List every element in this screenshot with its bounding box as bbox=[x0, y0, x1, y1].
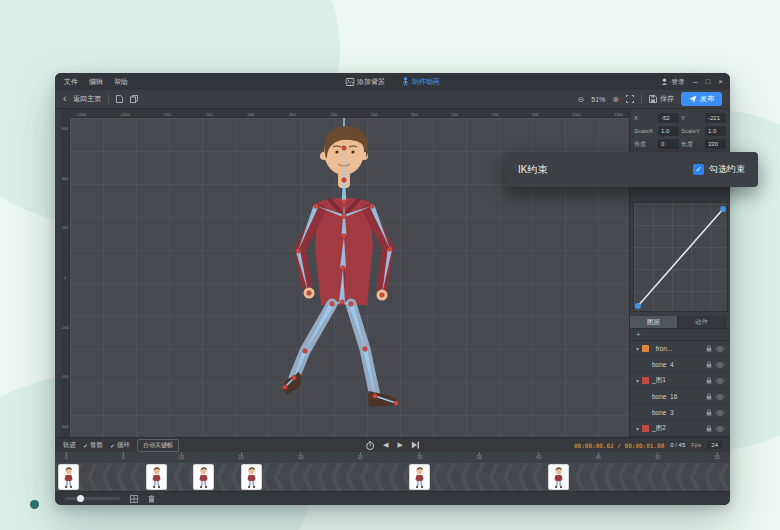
fps-input[interactable]: 24 bbox=[707, 441, 722, 449]
property-input[interactable]: 0 bbox=[658, 139, 679, 149]
lock-icon[interactable] bbox=[706, 345, 712, 352]
transform-properties: X -52 Y -221 ScaleX 1.0 ScaleY 1.0 角度 0 … bbox=[630, 113, 730, 149]
play-button[interactable]: ▶ bbox=[398, 441, 403, 449]
property-input[interactable]: 1.0 bbox=[658, 126, 679, 136]
publish-button[interactable]: 发布 bbox=[681, 92, 722, 106]
keyframe-thumbnail[interactable] bbox=[241, 464, 262, 490]
toolbar: ‹ 返回主页 ⊖ 51% ⊕ 保存 发布 bbox=[55, 90, 730, 109]
fit-view-icon[interactable] bbox=[626, 95, 634, 103]
minimize-button[interactable]: – bbox=[693, 78, 697, 86]
ruler-label: 700 bbox=[491, 112, 498, 117]
zoom-in-icon[interactable]: ⊕ bbox=[612, 95, 619, 104]
zoom-out-icon[interactable]: ⊖ bbox=[578, 95, 585, 104]
layer-row[interactable]: ▾ bone_4 bbox=[630, 357, 730, 373]
eye-icon[interactable] bbox=[716, 362, 724, 368]
tick-number: 30 bbox=[417, 455, 422, 460]
add-layer-row: + bbox=[630, 329, 730, 341]
ruler-label: -400 bbox=[61, 374, 69, 379]
menu-item[interactable]: 文件 bbox=[64, 77, 78, 87]
property-label: X bbox=[634, 115, 656, 121]
property-row: X -52 Y -221 bbox=[630, 113, 730, 123]
prev-frame-button[interactable]: ◀ bbox=[383, 441, 388, 449]
tick-number: 0 bbox=[65, 455, 68, 460]
tick-number: 15 bbox=[239, 455, 244, 460]
tick-number: 50 bbox=[655, 455, 660, 460]
ik-constraint-popup: IK约束 ✓ 勾选约束 bbox=[505, 152, 758, 187]
lock-icon[interactable] bbox=[706, 377, 712, 384]
layer-row[interactable]: ▾ _fron... bbox=[630, 341, 730, 357]
frame-tick: 45 bbox=[596, 452, 601, 463]
layer-name: bone_3 bbox=[652, 409, 703, 416]
thumbnail-character bbox=[550, 466, 567, 489]
layer-row[interactable]: ▾ bone_3 bbox=[630, 405, 730, 421]
timecode: 00:00:00.02 / 00:00:01.88 bbox=[574, 442, 664, 449]
login-button[interactable]: 登录 bbox=[661, 77, 685, 87]
stopwatch-icon[interactable] bbox=[365, 441, 374, 450]
layers-tab[interactable]: 动作 bbox=[678, 316, 726, 328]
keyframe-thumbnail[interactable] bbox=[548, 464, 569, 490]
trash-icon[interactable] bbox=[148, 495, 155, 503]
curve-endpoint[interactable] bbox=[635, 303, 641, 309]
eye-icon[interactable] bbox=[716, 394, 724, 400]
property-input[interactable]: -221 bbox=[705, 113, 726, 123]
timeline-zoom-slider[interactable] bbox=[65, 497, 120, 500]
lock-icon[interactable] bbox=[706, 409, 712, 416]
ruler-label: -900 bbox=[163, 112, 171, 117]
layers-tab[interactable]: 图层 bbox=[630, 316, 678, 328]
maximize-button[interactable]: □ bbox=[705, 78, 710, 86]
menu-bar: 文件编辑帮助 bbox=[55, 77, 128, 87]
auto-keyframe-button[interactable]: 自动关键帧 bbox=[137, 439, 179, 452]
save-button[interactable]: 保存 bbox=[649, 94, 674, 104]
expand-caret-icon[interactable]: ▾ bbox=[636, 377, 639, 384]
keyframe-thumbnail[interactable] bbox=[193, 464, 214, 490]
tick-number: 40 bbox=[536, 455, 541, 460]
copy-icon[interactable] bbox=[130, 95, 138, 103]
eye-icon[interactable] bbox=[716, 410, 724, 416]
frame-tick: 20 bbox=[298, 452, 303, 463]
property-row: 角度 0 长度 330 bbox=[630, 139, 730, 149]
eye-icon[interactable] bbox=[716, 426, 724, 432]
expand-caret-icon[interactable]: ▾ bbox=[636, 425, 639, 432]
curve-line[interactable] bbox=[638, 209, 723, 306]
bones-checkbox[interactable]: ✓ 骨骼 bbox=[83, 441, 103, 450]
lock-icon[interactable] bbox=[706, 361, 712, 368]
expand-caret-icon[interactable]: ▾ bbox=[636, 345, 639, 352]
menu-item[interactable]: 帮助 bbox=[114, 77, 128, 87]
ruler-label: -200 bbox=[61, 325, 69, 330]
layer-name: _图2 bbox=[652, 424, 703, 433]
make-animation-button[interactable]: 制作动画 bbox=[401, 77, 440, 87]
new-file-icon[interactable] bbox=[116, 95, 123, 103]
save-label: 保存 bbox=[660, 94, 674, 104]
track-label[interactable]: 轨迹 bbox=[63, 441, 76, 450]
lock-icon[interactable] bbox=[706, 393, 712, 400]
grid-icon[interactable] bbox=[130, 495, 138, 503]
eye-icon[interactable] bbox=[716, 346, 724, 352]
layer-row[interactable]: ▾ _图2 bbox=[630, 421, 730, 437]
next-frame-icon[interactable] bbox=[412, 441, 420, 449]
keyframe-thumbnail[interactable] bbox=[58, 464, 79, 490]
publish-label: 发布 bbox=[700, 94, 714, 104]
lock-icon[interactable] bbox=[706, 425, 712, 432]
layer-row[interactable]: ▾ _图1 bbox=[630, 373, 730, 389]
add-layer-button[interactable]: + bbox=[636, 330, 641, 339]
keyframe-thumbnail[interactable] bbox=[409, 464, 430, 490]
curve-endpoint[interactable] bbox=[720, 206, 726, 212]
curve-editor[interactable] bbox=[633, 202, 728, 312]
loop-checkbox[interactable]: ✓ 循环 bbox=[110, 441, 130, 450]
property-input[interactable]: 1.0 bbox=[705, 126, 726, 136]
menu-item[interactable]: 编辑 bbox=[89, 77, 103, 87]
tick-number: 5 bbox=[122, 455, 125, 460]
eye-icon[interactable] bbox=[716, 378, 724, 384]
layer-row[interactable]: ▾ bone_16 bbox=[630, 389, 730, 405]
add-background-button[interactable]: 添加背景 bbox=[345, 77, 385, 87]
close-button[interactable]: × bbox=[718, 78, 723, 86]
frame-ruler[interactable]: 0 5 10 15 20 25 bbox=[55, 452, 730, 463]
slider-handle[interactable] bbox=[77, 495, 84, 502]
layer-color-icon bbox=[642, 345, 649, 352]
property-input[interactable]: -52 bbox=[658, 113, 679, 123]
property-input[interactable]: 330 bbox=[705, 139, 726, 149]
back-home-button[interactable]: 返回主页 bbox=[73, 94, 101, 104]
keyframe-strip[interactable] bbox=[55, 463, 730, 491]
keyframe-thumbnail[interactable] bbox=[146, 464, 167, 490]
ik-constraint-checkbox[interactable]: ✓ 勾选约束 bbox=[693, 163, 745, 176]
